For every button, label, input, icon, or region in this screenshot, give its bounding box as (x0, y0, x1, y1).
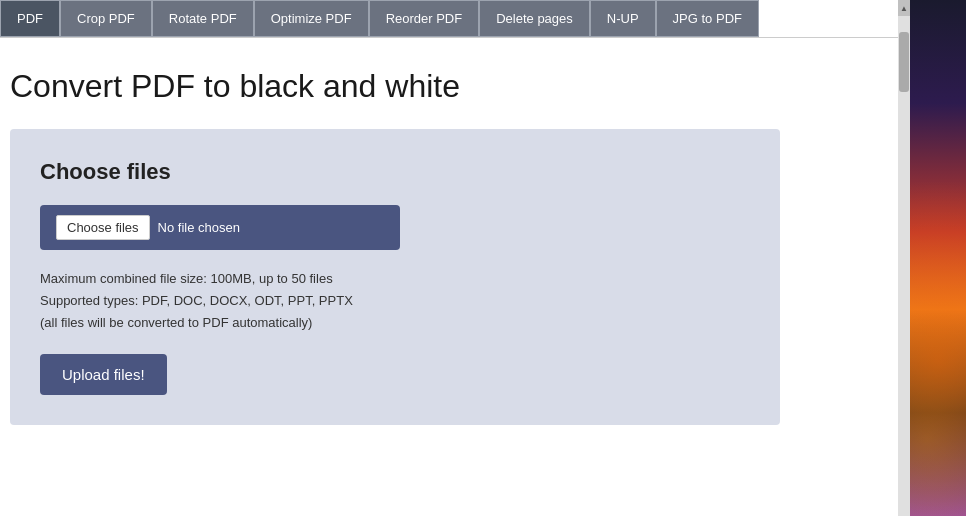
choose-files-heading: Choose files (40, 159, 750, 185)
file-info-line2: Supported types: PDF, DOC, DOCX, ODT, PP… (40, 290, 750, 312)
toolbar-btn-delete-pages[interactable]: Delete pages (479, 0, 590, 37)
toolbar-btn-n-up[interactable]: N-UP (590, 0, 656, 37)
toolbar-btn-pdf[interactable]: PDF (0, 0, 60, 37)
main-content: PDF Crop PDF Rotate PDF Optimize PDF Reo… (0, 0, 898, 516)
file-info-line1: Maximum combined file size: 100MB, up to… (40, 268, 750, 290)
sidebar-image (910, 0, 966, 516)
upload-area: Choose files Choose files No file chosen… (10, 129, 780, 425)
no-file-chosen-text: No file chosen (158, 220, 240, 235)
toolbar-btn-crop-pdf[interactable]: Crop PDF (60, 0, 152, 37)
choose-files-button[interactable]: Choose files (56, 215, 150, 240)
file-info-line3: (all files will be converted to PDF auto… (40, 312, 750, 334)
file-input-wrapper: Choose files No file chosen (40, 205, 400, 250)
scrollbar[interactable]: ▲ (898, 0, 910, 516)
toolbar-btn-rotate-pdf[interactable]: Rotate PDF (152, 0, 254, 37)
toolbar-btn-optimize-pdf[interactable]: Optimize PDF (254, 0, 369, 37)
page-content: Convert PDF to black and white Choose fi… (0, 38, 898, 516)
toolbar: PDF Crop PDF Rotate PDF Optimize PDF Reo… (0, 0, 898, 38)
scrollbar-up-arrow[interactable]: ▲ (898, 0, 910, 16)
scrollbar-thumb[interactable] (899, 32, 909, 92)
file-info: Maximum combined file size: 100MB, up to… (40, 268, 750, 334)
toolbar-btn-jpg-to-pdf[interactable]: JPG to PDF (656, 0, 759, 37)
page-title: Convert PDF to black and white (10, 68, 878, 105)
toolbar-btn-reorder-pdf[interactable]: Reorder PDF (369, 0, 480, 37)
upload-files-button[interactable]: Upload files! (40, 354, 167, 395)
